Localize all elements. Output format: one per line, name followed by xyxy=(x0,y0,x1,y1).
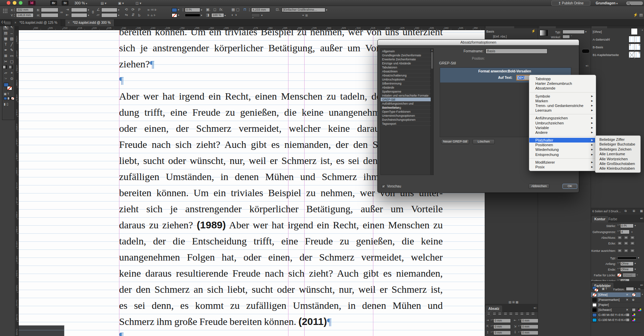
menu-item-entsprechung[interactable]: Entsprechung▶ xyxy=(529,152,596,157)
text-line[interactable]: Schmerz ihm große Freude bereiten können… xyxy=(119,316,443,327)
corner-shape-dropdown[interactable]: ⌐ xyxy=(251,13,260,17)
field-stepper[interactable]: ▲▼ xyxy=(518,331,520,335)
fill-menu-arrow[interactable]: ▸ xyxy=(178,8,179,11)
tab-color[interactable]: Farbe xyxy=(606,216,620,222)
swatch-row-passermarken[interactable]: [Passermarken]✕⊕ xyxy=(591,297,641,302)
dialog-category-item[interactable]: Grundlegende Zeichenformate xyxy=(381,53,431,57)
field-stepper[interactable]: ▲▼ xyxy=(490,331,493,335)
drag-grip[interactable] xyxy=(5,21,11,24)
text-line[interactable]: tadeln, der die Entscheidung trifft, ein… xyxy=(119,235,443,247)
stroke-option-icon-button[interactable] xyxy=(617,241,622,245)
fill-color-swatch[interactable] xyxy=(172,8,177,12)
text-line[interactable]: bereiten können. Um ein triviales Beispi… xyxy=(119,30,443,38)
dialog-category-item[interactable]: Tabulatoren xyxy=(381,65,431,69)
paragraph-align-button[interactable] xyxy=(508,312,513,316)
chevron-down-icon[interactable]: ▾ xyxy=(635,262,636,265)
dialog-category-item[interactable]: Unterstreichungsoptionen xyxy=(381,114,431,118)
text-line[interactable]: es sei denn, es kommt zu zufälligen Umst… xyxy=(119,300,443,311)
height-field[interactable] xyxy=(41,13,58,17)
stroke-color-swatch[interactable] xyxy=(7,86,12,90)
submenu-item-beliebige-ziffer[interactable]: Beliebige Ziffer xyxy=(595,137,640,142)
view-options-dropdown[interactable]: ▤ ▾ xyxy=(101,1,111,5)
fx-icon[interactable]: fx. xyxy=(219,7,223,11)
tint-field[interactable] xyxy=(626,287,634,291)
container-text-toggle-icons[interactable]: ▣ T xyxy=(602,287,607,290)
chevron-down-icon[interactable]: ▾ xyxy=(638,257,639,259)
screen-mode-dropdown[interactable]: ▣ ▾ xyxy=(118,1,128,5)
master-page-row[interactable]: [Ohne] xyxy=(592,29,644,36)
scissors-tool-icon[interactable]: ✂ xyxy=(3,59,8,64)
minimize-window-button[interactable] xyxy=(13,1,16,5)
paragraph-align-button[interactable] xyxy=(520,312,524,316)
swatch-row-c80m50y0k0[interactable]: C=80 M=50 Y=0 K=0 xyxy=(591,313,641,318)
apply-color-button[interactable] xyxy=(4,97,7,100)
close-window-button[interactable] xyxy=(7,1,10,5)
paragraph-indent-field[interactable]: 0 mm xyxy=(521,331,538,335)
paragraph-align-button[interactable] xyxy=(486,312,491,316)
stroke-option-icon-button[interactable] xyxy=(617,235,622,240)
x-field[interactable]: 332 mm xyxy=(16,8,34,12)
eyedropper-tool-icon[interactable]: ⌖ xyxy=(9,70,14,75)
select-content-icon[interactable]: Ь xyxy=(138,13,141,17)
ok-button[interactable]: OK xyxy=(562,184,577,189)
new-grep-style-button[interactable]: Neuer GREP-Stil xyxy=(441,139,469,144)
submenu-item-alle-wortzeichen[interactable]: Alle Wortzeichen xyxy=(595,157,640,161)
chevron-down-icon[interactable]: ▾ xyxy=(585,31,587,33)
dialog-category-item[interactable]: Einzüge und Abstände xyxy=(381,61,431,65)
panel-menu-icon[interactable]: ▾≡ xyxy=(640,284,643,287)
menu-item-marken[interactable]: Marken▶ xyxy=(529,99,596,103)
paragraph-indent-field[interactable]: 0 mm xyxy=(521,319,538,323)
stroke-color-swatch[interactable] xyxy=(172,13,177,17)
stroke-weight-stepper[interactable]: ▲▼ xyxy=(182,8,184,12)
current-style-name[interactable]: Basis xyxy=(486,30,494,33)
apply-none-button[interactable] xyxy=(11,97,14,100)
chevron-down-icon[interactable]: ▾ xyxy=(635,268,636,271)
stroke-option-icon-button[interactable] xyxy=(630,248,635,253)
ruler-origin[interactable] xyxy=(15,26,19,30)
dialog-category-item[interactable]: Spaltenspanne xyxy=(381,90,431,94)
master-page-row[interactable]: B-BasisAA xyxy=(592,44,644,52)
menu-item-andere[interactable]: Andere▶ xyxy=(529,130,596,135)
field-stepper[interactable]: ▲▼ xyxy=(518,325,520,329)
text-line[interactable]: zieht sich je anstrengender körperlicher… xyxy=(119,203,443,215)
menu-item-modifizierer[interactable]: Modifizierer▶ xyxy=(529,160,596,165)
frame-fitting-icons[interactable]: ▦ ▢ xyxy=(231,7,239,11)
shear-angle-field[interactable] xyxy=(101,13,117,17)
rotate-ccw-icon[interactable]: ⟲ xyxy=(125,7,128,11)
stroke-proxy-swatch[interactable] xyxy=(594,288,598,292)
flip-vertical-icon[interactable]: ⇋ xyxy=(125,13,128,17)
reference-point-proxy[interactable] xyxy=(3,9,7,13)
scrollbar-up-icon[interactable]: ▲ xyxy=(641,29,643,31)
field-stepper[interactable]: ▲▼ xyxy=(617,230,620,234)
type-tool-icon[interactable]: T xyxy=(3,42,8,47)
gradient-type-dropdown[interactable] xyxy=(562,30,585,34)
arrange-documents-dropdown[interactable]: ◫ ▾ xyxy=(136,1,146,5)
dialog-category-item[interactable]: Durchstreichungsoptionen xyxy=(381,118,431,122)
dialog-category-item[interactable]: OpenType-Funktionen xyxy=(381,110,431,114)
gradient-tool-icon[interactable] xyxy=(3,65,7,69)
menu-item-umbruchzeichen[interactable]: Umbruchzeichen▶ xyxy=(529,121,596,125)
stroke-style-dropdown[interactable] xyxy=(185,14,200,17)
y-stepper[interactable]: ▲▼ xyxy=(13,13,16,17)
menu-item-trenn-und-gedankenstriche[interactable]: Trenn- und Gedankenstriche▶ xyxy=(529,103,596,108)
quick-apply-lightning-icon[interactable]: ⚡ xyxy=(633,13,638,17)
menu-item-absatzende[interactable]: Absatzende xyxy=(529,86,596,91)
stroke-option-icon-button[interactable] xyxy=(617,248,622,253)
style-override-icons[interactable]: ⚭ ⊞ xyxy=(302,13,308,17)
publish-online-button[interactable]: ↥ Publish Online xyxy=(551,1,590,6)
stroke-option-icon-button[interactable] xyxy=(624,235,629,240)
chevron-down-icon[interactable]: ▾ xyxy=(88,14,89,17)
apply-format-value[interactable]: Bold-Versalien xyxy=(508,69,531,73)
dialog-category-item[interactable]: Zeichenfarbe xyxy=(381,106,431,110)
dialog-category-item[interactable]: Umbruchoptionen xyxy=(381,77,431,81)
delete-grep-style-button[interactable]: Löschen xyxy=(473,139,495,144)
close-icon[interactable]: × xyxy=(68,19,70,26)
formatting-affects-icons[interactable]: ▣ T xyxy=(4,92,9,96)
menu-item-symbole[interactable]: Symbole▶ xyxy=(529,94,596,99)
rotation-angle-field[interactable] xyxy=(101,8,117,12)
dialog-category-item[interactable]: Silbentrennung xyxy=(381,81,431,86)
bridge-button[interactable]: Br xyxy=(50,1,57,5)
field-stepper[interactable]: ▲▼ xyxy=(617,224,620,228)
gradient-feather-tool-icon[interactable] xyxy=(9,65,13,69)
zoom-tool-icon[interactable]: ⊙ xyxy=(9,76,14,81)
